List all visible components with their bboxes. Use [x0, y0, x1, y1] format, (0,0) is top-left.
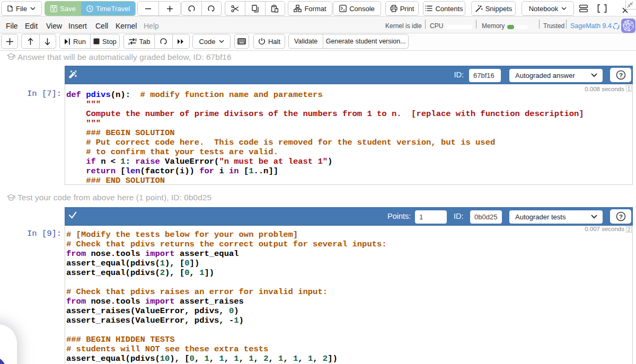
svg-text:?: ?: [619, 72, 622, 78]
svg-text:?: ?: [619, 214, 622, 220]
